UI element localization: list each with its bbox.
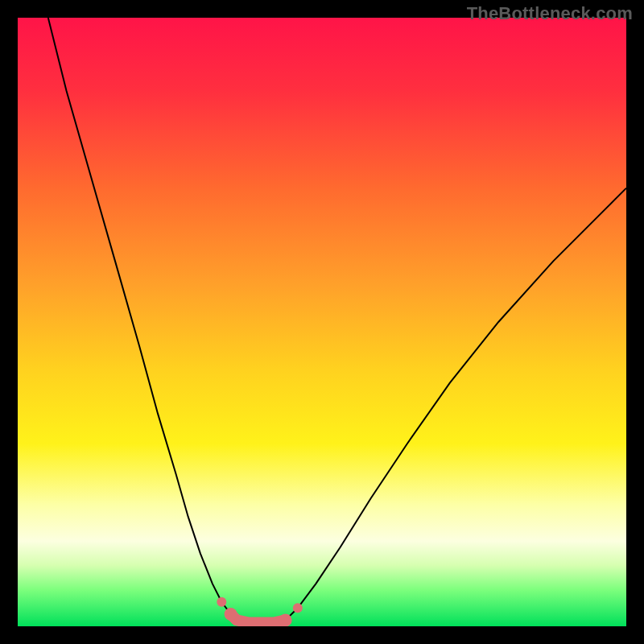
chart-frame: TheBottleneck.com: [0, 0, 644, 644]
trough-marker-dot: [279, 613, 292, 626]
trough-marker-dot: [225, 608, 237, 621]
trough-marker-dot: [293, 603, 303, 613]
watermark-text: TheBottleneck.com: [467, 3, 633, 24]
chart-svg: [18, 18, 626, 626]
plot-area: [18, 18, 626, 626]
trough-marker-dot: [217, 597, 226, 607]
gradient-background: [18, 18, 626, 626]
